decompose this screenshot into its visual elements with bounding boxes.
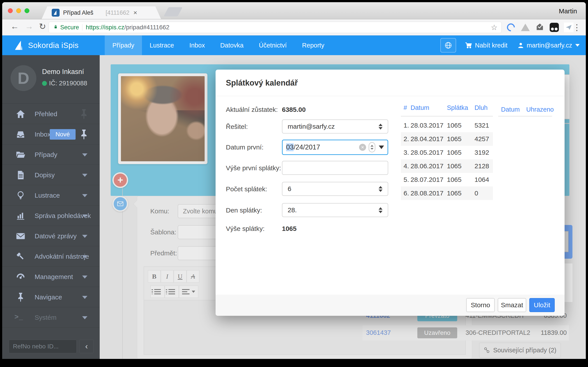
col-date[interactable]: Datum	[411, 104, 429, 111]
tab-title-suffix: [4111662	[106, 9, 130, 16]
site-favicon-icon	[52, 9, 60, 17]
nav-item-ucetnictvi[interactable]: Účetnictví	[251, 35, 294, 55]
sidebar-item-lustrace[interactable]: Lustrace	[2, 185, 100, 206]
pushpin-icon	[16, 292, 26, 302]
sidebar-item-prehled[interactable]: Přehled	[2, 104, 100, 124]
cancel-button[interactable]: Storno	[466, 298, 495, 312]
col-debt[interactable]: Dluh	[475, 104, 488, 111]
os-user-label: Martin	[559, 8, 577, 15]
pin-icon[interactable]	[79, 129, 88, 140]
browser-window: Případ Aleš [4111662 × Martin ← → ↻ Secu…	[2, 2, 586, 359]
credit-button[interactable]: Nabít kredit	[465, 35, 507, 55]
back-icon[interactable]: ←	[10, 22, 19, 31]
header-underline	[401, 116, 493, 117]
sidebar-item-pripady[interactable]: Případy	[2, 145, 100, 165]
nav-item-lustrace[interactable]: Lustrace	[142, 35, 182, 55]
sidebar-item-advokatni-nastroje[interactable]: Advokátní nástroje	[2, 246, 100, 267]
org-profile: D Demo Inkasní IČ: 29190088	[2, 55, 100, 104]
credit-label: Nabít kredit	[475, 42, 507, 49]
globe-icon	[444, 41, 452, 49]
close-window-button[interactable]	[8, 8, 13, 13]
first-amount-label: Výše první splátky:	[226, 164, 281, 172]
browser-tab[interactable]: Případ Aleš [4111662 ×	[42, 6, 161, 19]
new-badge: Nové	[50, 129, 76, 140]
new-tab-button[interactable]	[164, 7, 182, 17]
account-email: martin@sarfy.cz	[527, 42, 572, 49]
balance-label: Aktuální zůstatek:	[226, 106, 278, 113]
date-dropdown-icon[interactable]	[379, 146, 384, 149]
zoom-window-button[interactable]	[25, 8, 29, 13]
col-num[interactable]: #	[404, 104, 407, 111]
refno-search-input[interactable]	[9, 340, 77, 353]
brand-logo[interactable]: Sokordia iSpis	[14, 35, 79, 55]
chevron-down-icon	[82, 296, 87, 299]
modal-title: Splátkový kalendář	[226, 78, 298, 88]
sidebar-item-system[interactable]: >_ Systém	[2, 308, 100, 328]
extension-1password-icon[interactable]	[549, 22, 560, 33]
chevron-down-icon	[82, 174, 87, 177]
date-stepper[interactable]	[369, 142, 375, 152]
reload-icon[interactable]: ↻	[39, 22, 46, 31]
nav-item-inbox[interactable]: Inbox	[182, 35, 213, 55]
url-path: /pripad#4111662	[124, 24, 169, 31]
nav-item-pripady[interactable]: Případy	[105, 35, 142, 55]
schedule-row: 1.28.03.201710655321	[401, 119, 493, 132]
nav-item-reporty[interactable]: Reporty	[294, 35, 332, 55]
schedule-table: # Datum Splátka Dluh 1.28.03.20171065532…	[401, 102, 493, 200]
nav-item-datovka[interactable]: Datovka	[213, 35, 251, 55]
forward-icon: →	[25, 22, 33, 31]
col-paid-amount[interactable]: Uhrazeno	[526, 106, 554, 113]
schedule-row: 6.28.08.201710650	[401, 186, 493, 200]
url-separator	[82, 24, 82, 31]
delete-button[interactable]: Smazat	[498, 298, 526, 312]
day-select[interactable]: 28.	[282, 203, 388, 217]
count-label: Počet splátek:	[226, 185, 267, 193]
extension-inbox-icon[interactable]	[535, 22, 545, 33]
clear-date-icon[interactable]: ×	[359, 144, 366, 151]
sidebar-item-inbox[interactable]: Inbox Nové	[2, 124, 100, 144]
bar-chart-icon	[16, 211, 26, 221]
schedule-row: 3.28.05.201710653192	[401, 146, 493, 159]
col-installment[interactable]: Splátka	[447, 104, 468, 111]
solver-label: Řešitel:	[226, 123, 248, 130]
first-date-input[interactable]: 03 /24/2017 ×	[282, 140, 388, 155]
pin-icon[interactable]	[79, 109, 88, 119]
count-select[interactable]: 6	[282, 182, 388, 196]
folder-icon	[16, 150, 26, 159]
sidebar-item-navigace[interactable]: Navigace	[2, 287, 100, 307]
bookmark-star-icon[interactable]: ☆	[491, 23, 498, 32]
address-bar[interactable]: Secure https://ispis.cz /pripad#4111662 …	[49, 22, 502, 33]
envelope-icon	[16, 231, 26, 241]
minimize-window-button[interactable]	[16, 8, 21, 13]
browser-menu-icon[interactable]: ⋮	[573, 23, 581, 32]
org-avatar: D	[10, 65, 36, 91]
extension-drive-icon[interactable]	[520, 22, 531, 33]
sidebar-item-dopisy[interactable]: Dopisy	[2, 165, 100, 185]
sidebar-item-management[interactable]: Management	[2, 267, 100, 287]
sidebar-item-sprava-pohledavek[interactable]: Správa pohledávek	[2, 206, 100, 226]
schedule-row: 2.28.04.201710654257	[401, 132, 493, 146]
modal-divider	[216, 96, 565, 96]
sidebar-item-datove-zpravy[interactable]: Datové zprávy	[2, 226, 100, 246]
solver-select[interactable]: martin@sarfy.cz	[282, 119, 388, 133]
col-paid-date[interactable]: Datum	[501, 106, 520, 113]
account-caret-icon	[575, 44, 580, 47]
tab-title: Případ Aleš	[63, 9, 93, 16]
account-menu[interactable]: martin@sarfy.cz	[518, 35, 580, 55]
extension-paper-plane-icon[interactable]	[563, 22, 574, 33]
schedule-row: 5.28.07.201710651064	[401, 173, 493, 186]
sidebar-collapse-button[interactable]: ‹	[79, 340, 94, 353]
extension-ring-icon[interactable]	[506, 22, 516, 33]
save-button[interactable]: Uložit	[529, 298, 555, 312]
chevron-down-icon	[82, 235, 87, 238]
first-date-label: Datum první:	[226, 143, 264, 151]
balance-value: 6385.00	[282, 106, 306, 113]
first-amount-input[interactable]	[282, 161, 388, 175]
main-menu: Případy Lustrace Inbox Datovka Účetnictv…	[105, 35, 332, 55]
payment-calendar-modal: Splátkový kalendář Aktuální zůstatek: 63…	[216, 70, 565, 316]
cart-icon	[465, 42, 472, 49]
brand-name: Sokordia iSpis	[28, 41, 79, 50]
language-button[interactable]	[440, 38, 456, 52]
tab-close-icon[interactable]: ×	[133, 9, 137, 17]
chevron-down-icon	[82, 255, 87, 258]
